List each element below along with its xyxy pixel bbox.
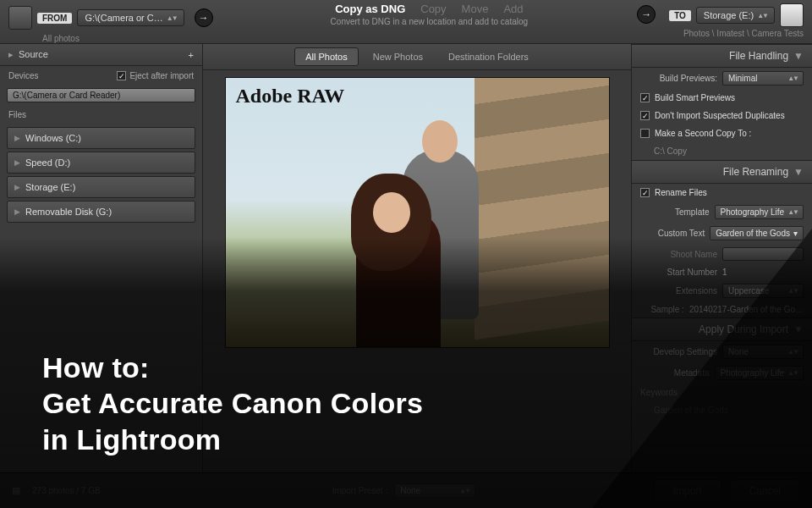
tab-copy[interactable]: Copy [420, 3, 446, 15]
triangle-right-icon: ▶ [14, 207, 20, 216]
source-header[interactable]: ▸Source + [0, 44, 202, 66]
to-tag: TO [669, 10, 691, 21]
triangle-down-icon: ▼ [793, 166, 804, 178]
grid-icon[interactable]: ▦ [12, 485, 20, 496]
import-preset-select[interactable]: None▲▼ [394, 483, 475, 498]
dupes-checkbox[interactable]: ✓ [640, 111, 650, 120]
device-item[interactable]: G:\(Camera or Card Reader) [7, 88, 195, 102]
build-previews-label: Build Previews: [660, 74, 717, 83]
devices-label: Devices [8, 71, 39, 80]
triangle-right-icon: ▸ [8, 49, 14, 59]
drive-item[interactable]: ▶Storage (E:) [7, 176, 195, 198]
from-sub: All photos [42, 34, 218, 43]
tab-new-photos[interactable]: New Photos [362, 47, 434, 66]
wedge-shadow [592, 229, 812, 508]
build-previews-select[interactable]: Minimal▲▼ [722, 71, 804, 86]
from-tag: FROM [37, 13, 72, 24]
arrow-right-icon[interactable]: → [195, 8, 213, 27]
to-block: TO Storage (E:)▲▼ Photos \ Imatest \ Cam… [661, 0, 812, 38]
file-handling-header[interactable]: File Handling▼ [632, 44, 812, 68]
copy-mode-sub: Convert to DNG in a new location and add… [227, 17, 633, 26]
dupes-label: Don't Import Suspected Duplicates [655, 111, 785, 120]
title-line-1: How to: [42, 350, 423, 386]
smart-previews-checkbox[interactable]: ✓ [640, 93, 650, 102]
tab-all-photos[interactable]: All Photos [294, 47, 359, 66]
second-copy-path: C:\ Copy [632, 142, 812, 160]
rename-checkbox[interactable]: ✓ [640, 188, 650, 197]
eject-checkbox[interactable]: ✓Eject after import [117, 71, 194, 80]
triangle-down-icon: ▼ [793, 50, 804, 62]
topbar: FROM G:\(Camera or C…▲▼ → All photos Cop… [0, 0, 812, 44]
tab-copy-dng[interactable]: Copy as DNG [335, 3, 405, 15]
updown-icon: ▲▼ [757, 12, 767, 19]
title-line-2: Get Accurate Canon Colors [42, 385, 423, 422]
triangle-right-icon: ▶ [14, 134, 20, 142]
title-block: How to: Get Accurate Canon Colors in Lig… [42, 350, 423, 458]
drive-item[interactable]: ▶Removable Disk (G:) [7, 201, 195, 223]
tab-add[interactable]: Add [503, 3, 523, 15]
template-select[interactable]: Photography Life▲▼ [715, 205, 804, 219]
rename-label: Rename Files [655, 188, 707, 197]
files-label: Files [0, 105, 202, 124]
drive-item[interactable]: ▶Speed (D:) [7, 152, 195, 174]
external-drive-icon [780, 3, 804, 27]
preview-overlay-label: Adobe RAW [236, 85, 345, 108]
updown-icon: ▲▼ [787, 75, 798, 82]
from-path-label: G:\(Camera or C… [85, 13, 162, 23]
drive-icon [8, 6, 32, 30]
second-copy-label: Make a Second Copy To : [655, 129, 751, 138]
arrow-right-icon[interactable]: → [637, 5, 656, 24]
second-copy-checkbox[interactable] [640, 129, 650, 138]
updown-icon: ▲▼ [459, 487, 469, 494]
drive-item[interactable]: ▶Windows (C:) [7, 127, 195, 149]
updown-icon: ▲▼ [167, 14, 177, 22]
center-tabbar: All Photos New Photos Destination Folder… [203, 44, 631, 70]
tab-move[interactable]: Move [462, 3, 489, 15]
import-preset-label: Import Preset : [332, 486, 388, 495]
photo-people [356, 158, 508, 348]
triangle-right-icon: ▶ [14, 183, 20, 191]
title-line-3: in Lightroom [42, 422, 423, 458]
tab-destination[interactable]: Destination Folders [437, 47, 540, 66]
smart-previews-label: Build Smart Previews [655, 93, 735, 102]
template-label: Template [675, 207, 710, 217]
to-sub: Photos \ Imatest \ Camera Tests [669, 29, 804, 38]
preview-photo[interactable]: Adobe RAW [225, 77, 610, 348]
to-path-button[interactable]: Storage (E:)▲▼ [696, 7, 775, 24]
plus-icon[interactable]: + [189, 50, 194, 60]
source-title: Source [19, 49, 48, 59]
photo-count: 273 photos / 7 GB [32, 486, 101, 495]
to-path-label: Storage (E:) [704, 10, 754, 20]
updown-icon: ▲▼ [787, 208, 798, 216]
triangle-right-icon: ▶ [14, 158, 20, 167]
file-renaming-header[interactable]: File Renaming▼ [632, 160, 812, 184]
from-block: FROM G:\(Camera or C…▲▼ → All photos [0, 0, 227, 43]
eject-label: Eject after import [129, 71, 194, 80]
from-path-button[interactable]: G:\(Camera or C…▲▼ [77, 9, 184, 26]
copy-mode-tabs: Copy as DNG Copy Move Add Convert to DNG… [227, 0, 633, 26]
